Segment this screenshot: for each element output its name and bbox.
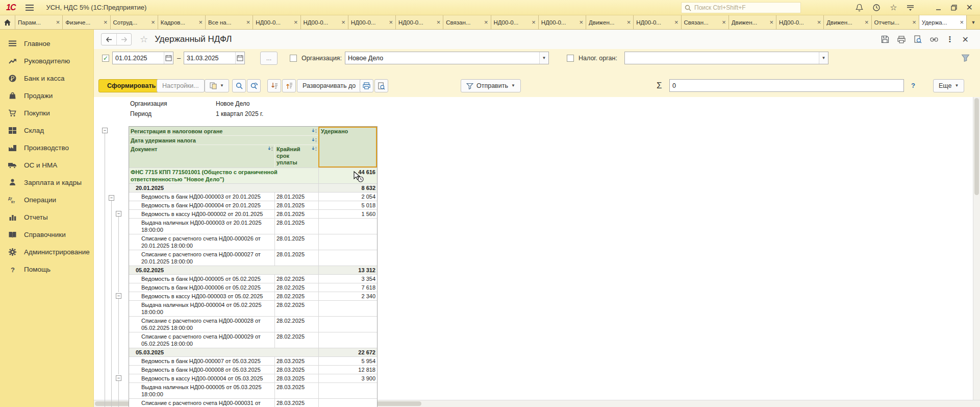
report-doc-row[interactable]: Списание с расчетного счета НД00-000031 … <box>129 398 377 407</box>
tab-13[interactable]: Движен...× <box>586 15 634 29</box>
sort-icon[interactable] <box>312 146 317 152</box>
sidebar-item-bank-kassa[interactable]: Банк и касса <box>0 69 93 87</box>
sidebar-item-pomosch[interactable]: ?Помощь <box>0 260 93 278</box>
collapse-toggle[interactable]: − <box>116 293 121 299</box>
sum-field[interactable] <box>669 79 904 92</box>
organization-input[interactable] <box>345 55 539 62</box>
generate-button[interactable]: Сформировать <box>98 79 164 92</box>
due-date-cell[interactable]: 28.03.2025 <box>274 366 318 374</box>
tab-2[interactable]: Физиче...× <box>63 15 110 29</box>
tab-12[interactable]: НД00-0...× <box>539 15 586 29</box>
document-cell[interactable]: Ведомость в банк НД00-000003 от 20.01.20… <box>129 193 274 201</box>
amount-cell[interactable] <box>318 301 377 316</box>
due-date-cell[interactable]: 28.03.2025 <box>274 383 318 398</box>
amount-cell[interactable]: 3 900 <box>318 374 377 382</box>
collapse-toggle[interactable]: − <box>109 195 114 201</box>
report-doc-row[interactable]: Ведомость в банк НД00-000007 от 05.03.20… <box>129 356 377 365</box>
document-cell[interactable]: Ведомость в банк НД00-000006 от 05.02.20… <box>129 283 274 292</box>
print-button[interactable] <box>360 79 373 92</box>
tab-close-icon[interactable]: × <box>198 19 203 26</box>
due-date-cell[interactable]: 28.02.2025 <box>274 317 318 332</box>
tab-close-icon[interactable]: × <box>151 19 155 26</box>
period-checkbox[interactable]: ✓ <box>102 55 109 62</box>
tab-18[interactable]: Движен...× <box>824 15 871 29</box>
due-date-cell[interactable]: 28.02.2025 <box>274 301 318 316</box>
document-cell[interactable]: Списание с расчетного счета НД00-000026 … <box>129 234 274 250</box>
sidebar-item-glavnoe[interactable]: Главное <box>0 35 93 52</box>
due-date-cell[interactable]: 28.03.2025 <box>274 357 318 365</box>
amount-cell[interactable]: 44 616 <box>318 168 377 183</box>
amount-cell[interactable] <box>318 332 377 348</box>
amount-cell[interactable] <box>318 317 377 332</box>
document-cell[interactable]: Списание с расчетного счета НД00-000028 … <box>129 317 274 332</box>
amount-cell[interactable] <box>318 383 377 398</box>
amount-cell[interactable]: 3 354 <box>318 275 377 283</box>
document-cell[interactable]: Ведомость в банк НД00-000004 от 20.01.20… <box>129 201 274 209</box>
header-withheld-selected-cell[interactable]: Удержано <box>318 127 377 167</box>
tab-15[interactable]: Связан...× <box>682 15 729 29</box>
sort-icon[interactable] <box>312 137 317 143</box>
document-cell[interactable]: Ведомость в банк НД00-000005 от 05.02.20… <box>129 275 274 283</box>
due-date-cell[interactable]: 28.01.2025 <box>274 210 318 218</box>
tab-overflow-button[interactable]: ▼ <box>967 15 980 29</box>
report-doc-row[interactable]: Списание с расчетного счета НД00-000029 … <box>129 332 377 348</box>
amount-cell[interactable] <box>318 399 377 407</box>
collapse-toggle[interactable]: − <box>116 211 121 217</box>
due-date-cell[interactable]: 28.01.2025 <box>274 193 318 201</box>
report-doc-row[interactable]: Ведомость в банк НД00-000005 от 05.02.20… <box>129 274 377 283</box>
forward-button[interactable] <box>116 34 131 45</box>
document-cell[interactable]: Списание с расчетного счета НД00-000027 … <box>129 250 274 266</box>
tab-close-icon[interactable]: × <box>389 19 393 26</box>
history-icon[interactable] <box>872 4 881 12</box>
header-date[interactable]: Дата удержания налога <box>129 136 318 145</box>
tab-close-icon[interactable]: × <box>437 19 441 26</box>
find-button[interactable] <box>232 79 246 92</box>
tab-close-icon[interactable]: × <box>674 19 679 26</box>
header-due-date[interactable]: Крайний срок уплаты <box>274 145 318 167</box>
document-cell[interactable]: 05.03.2025 <box>129 348 318 356</box>
due-date-cell[interactable]: 28.01.2025 <box>274 234 318 250</box>
tab-20[interactable]: Удержа...× <box>919 15 967 29</box>
sidebar-item-zarplata-kadry[interactable]: Зарплата и кадры <box>0 174 93 191</box>
report-doc-row[interactable]: Списание с расчетного счета НД00-000027 … <box>129 250 377 266</box>
sidebar-item-rukovoditelyu[interactable]: Руководителю <box>0 52 93 69</box>
filter-funnel-icon[interactable] <box>961 54 970 62</box>
amount-cell[interactable]: 1 560 <box>318 210 377 218</box>
document-cell[interactable]: Ведомость в кассу НД00-000004 от 05.03.2… <box>129 374 274 382</box>
due-date-cell[interactable]: 28.01.2025 <box>274 201 318 209</box>
tab-19[interactable]: Отчеты...× <box>872 15 919 29</box>
tax-office-checkbox[interactable] <box>567 55 574 62</box>
settings-button[interactable]: Настройки... <box>157 79 205 92</box>
due-date-cell[interactable]: 28.01.2025 <box>274 219 318 234</box>
amount-cell[interactable]: 2 340 <box>318 292 377 300</box>
document-cell[interactable]: Выдача наличных НД00-000003 от 20.01.202… <box>129 219 274 234</box>
document-cell[interactable]: Выдача наличных НД00-000004 от 05.02.202… <box>129 301 274 316</box>
tab-4[interactable]: Кадров...× <box>158 15 206 29</box>
send-button[interactable]: Отправить▼ <box>461 79 521 92</box>
amount-cell[interactable]: 7 618 <box>318 283 377 292</box>
due-date-cell[interactable]: 28.02.2025 <box>274 283 318 292</box>
report-doc-row[interactable]: Выдача наличных НД00-000004 от 05.02.202… <box>129 300 377 316</box>
tab-7[interactable]: НД00-0...× <box>301 15 348 29</box>
document-cell[interactable]: Ведомость в кассу НД00-000002 от 20.01.2… <box>129 210 274 218</box>
amount-cell[interactable] <box>318 234 377 250</box>
vertical-scrollbar-thumb[interactable] <box>974 98 979 195</box>
document-cell[interactable]: 20.01.2025 <box>129 184 318 192</box>
document-cell[interactable]: Ведомость в кассу НД00-000003 от 05.02.2… <box>129 292 274 300</box>
home-tab[interactable] <box>0 15 15 29</box>
report-variants-button[interactable]: ▼ <box>205 79 229 92</box>
main-menu-icon[interactable] <box>26 5 34 11</box>
restore-icon[interactable] <box>951 5 957 11</box>
due-date-cell[interactable]: 28.01.2025 <box>274 250 318 266</box>
tab-close-icon[interactable]: × <box>579 19 583 26</box>
tab-close-icon[interactable]: × <box>960 19 964 26</box>
tab-close-icon[interactable]: × <box>246 19 250 26</box>
tab-8[interactable]: НД00-0...× <box>348 15 396 29</box>
add-favorite-star-icon[interactable]: ☆ <box>140 35 148 44</box>
tab-14[interactable]: НД00-0...× <box>634 15 681 29</box>
amount-cell[interactable]: 5 018 <box>318 201 377 209</box>
collapse-toggle[interactable]: − <box>116 375 121 381</box>
report-group-row[interactable]: 05.02.202513 312 <box>129 266 377 274</box>
sidebar-item-sklad[interactable]: Склад <box>0 122 93 139</box>
report-doc-row[interactable]: Ведомость в банк НД00-000006 от 05.02.20… <box>129 283 377 292</box>
